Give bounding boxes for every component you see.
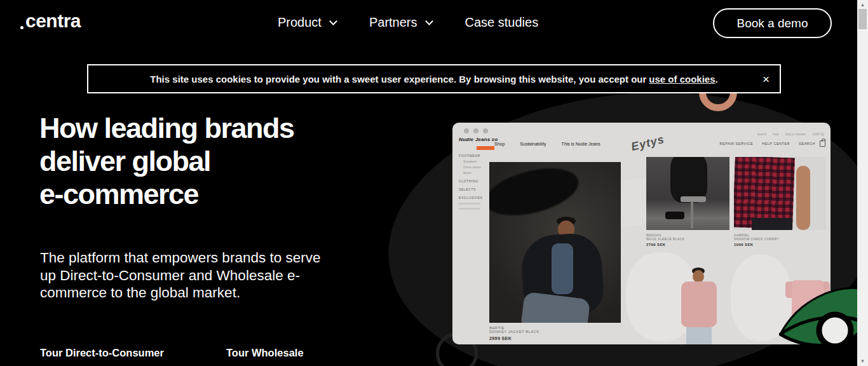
arm-shape xyxy=(796,166,810,230)
model-head-shape xyxy=(693,270,704,283)
sidebar-faint-item xyxy=(459,203,480,205)
store-utility-top: Search Help Ship to: Sweden CART (0) xyxy=(757,133,824,136)
product-price: 1099 SEK xyxy=(734,243,779,247)
cart-bag-icon xyxy=(820,140,825,147)
close-icon[interactable]: × xyxy=(763,73,770,85)
product-photo-bertie xyxy=(489,162,621,323)
pink-sweater-shape xyxy=(681,281,717,327)
sidebar-section-footwear: FOOTWEAR xyxy=(459,154,503,158)
eytys-overlay-logo: Eytys xyxy=(630,133,666,154)
product-price: 2999 SEK xyxy=(489,336,539,341)
product-photo-gabriel xyxy=(734,157,826,230)
store-nav-shop: Shop xyxy=(494,142,505,146)
product-price: 2799 SEK xyxy=(646,243,685,247)
heading-line: How leading brands xyxy=(39,112,294,145)
stool-leg-shape xyxy=(691,201,693,228)
product-label-bengan: BENGAN WOOL FLEECE BLACK 2799 SEK xyxy=(646,233,685,247)
store-help-center-label: HELP CENTER xyxy=(762,142,790,146)
window-dot-icon xyxy=(483,128,488,133)
scrollbar-thumb[interactable] xyxy=(858,9,867,29)
logo-dot-icon xyxy=(20,26,24,29)
window-traffic-lights xyxy=(464,128,488,133)
store-search-link-label: SEARCH xyxy=(799,142,815,146)
shoe-shape xyxy=(665,212,684,219)
black-sneaker-shape xyxy=(489,162,583,224)
eye-iris xyxy=(819,315,851,346)
store-utility-bottom: REPAIR SERVICE HELP CENTER SEARCH xyxy=(720,142,816,146)
tour-links: Tour Direct-to-Consumer Tour Wholesale xyxy=(40,347,304,359)
store-nav-this-is-nudie-jeans: This is Nudie Jeans xyxy=(562,142,600,146)
hero-paragraph: The platform that empowers brands to ser… xyxy=(40,249,323,302)
use-of-cookies-link[interactable]: use of cookies xyxy=(649,74,715,85)
product-photo-bengan xyxy=(646,157,729,230)
store-nav-sustainability: Sustainability xyxy=(520,142,546,146)
pink-sweater-model-photo xyxy=(667,270,731,344)
window-dot-icon xyxy=(464,128,469,133)
page: centra Product Partners Case studies Boo… xyxy=(0,0,868,366)
nav-item-case-studies[interactable]: Case studies xyxy=(465,15,539,30)
store-search-label: Search xyxy=(757,133,766,136)
store-nav: Shop Sustainability This is Nudie Jeans xyxy=(494,142,616,146)
stool-shape xyxy=(681,196,706,202)
book-a-demo-button[interactable]: Book a demo xyxy=(713,8,832,38)
dark-jeans-shape xyxy=(752,218,792,230)
nav-item-partners[interactable]: Partners xyxy=(369,15,432,30)
page-title: How leading brands deliver global e-comm… xyxy=(39,112,294,211)
cookie-banner: This site uses cookies to provide you wi… xyxy=(87,64,781,93)
browser-mockup: Nudie Jeans co Shop Sustainability This … xyxy=(452,123,831,344)
scrollbar[interactable]: ▲ ▼ xyxy=(857,0,868,366)
scroll-down-arrow-icon[interactable]: ▼ xyxy=(857,358,868,364)
heading-line: deliver global xyxy=(39,145,294,178)
product-label-gabriel: GABRIEL SHADOW CHECK CHERRY 1099 SEK xyxy=(734,233,779,247)
model-denim-shape xyxy=(552,243,573,294)
logo-text: centra xyxy=(25,10,81,31)
product-variant: DONKEY JACKET BLACK xyxy=(489,330,539,334)
store-shipto-label: Ship to: Sweden xyxy=(785,133,806,136)
store-logo: Nudie Jeans co xyxy=(459,137,498,142)
store-help-label: Help xyxy=(773,133,778,136)
nav-item-product[interactable]: Product xyxy=(278,15,336,30)
chevron-down-icon xyxy=(329,17,337,25)
centra-logo[interactable]: centra xyxy=(25,10,81,32)
nav-item-label: Partners xyxy=(369,15,417,30)
product-variant: SHADOW CHECK CHERRY xyxy=(734,237,779,241)
main-nav: Product Partners Case studies xyxy=(278,15,571,30)
sidebar-faint-item xyxy=(459,208,480,210)
product-variant: WOOL FLEECE BLACK xyxy=(646,237,685,241)
nav-item-label: Case studies xyxy=(465,15,539,30)
green-eye-illustration xyxy=(779,272,868,366)
chevron-down-icon xyxy=(425,17,433,25)
window-dot-icon xyxy=(473,128,478,133)
tour-wholesale-link[interactable]: Tour Wholesale xyxy=(226,347,304,359)
nav-item-label: Product xyxy=(278,15,322,30)
store-repair-service-label: REPAIR SERVICE xyxy=(720,142,754,146)
store-cart-label: CART (0) xyxy=(812,133,824,136)
cookie-text-after: . xyxy=(715,74,718,85)
product-label-bertie: BERTIE DONKEY JACKET BLACK 2999 SEK xyxy=(489,326,539,341)
heading-line: e-commerce xyxy=(39,178,294,211)
tour-direct-to-consumer-link[interactable]: Tour Direct-to-Consumer xyxy=(40,347,164,359)
jeans-shape xyxy=(686,327,712,344)
cookie-text: This site uses cookies to provide you wi… xyxy=(150,74,717,85)
scroll-up-arrow-icon[interactable]: ▲ xyxy=(857,2,868,8)
cookie-text-before: This site uses cookies to provide you wi… xyxy=(150,74,646,85)
